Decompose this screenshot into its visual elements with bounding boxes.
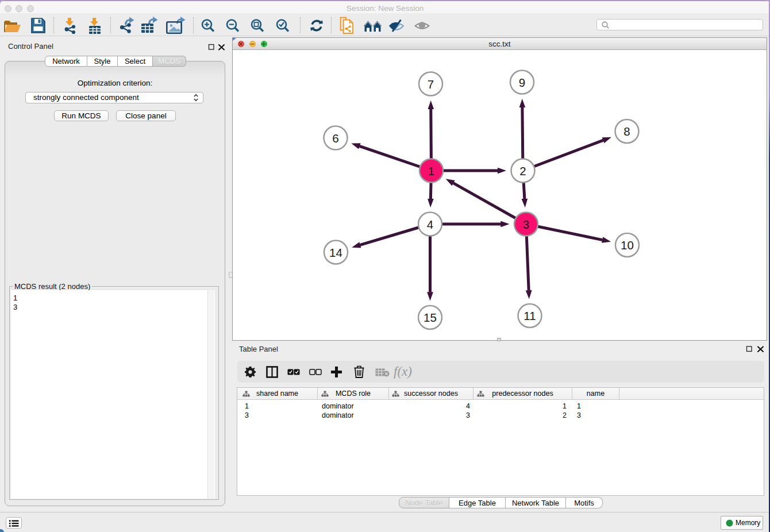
- svg-text:8: 8: [623, 125, 630, 138]
- svg-text:7: 7: [428, 78, 434, 91]
- svg-text:4: 4: [427, 218, 433, 231]
- svg-text:10: 10: [621, 238, 634, 252]
- svg-text:3: 3: [523, 218, 529, 231]
- svg-text:9: 9: [519, 76, 525, 89]
- svg-text:1: 1: [428, 164, 434, 178]
- svg-text:2: 2: [519, 164, 526, 178]
- svg-text:14: 14: [329, 246, 342, 259]
- svg-text:15: 15: [424, 311, 437, 324]
- svg-text:11: 11: [523, 309, 536, 322]
- svg-text:6: 6: [332, 132, 338, 145]
